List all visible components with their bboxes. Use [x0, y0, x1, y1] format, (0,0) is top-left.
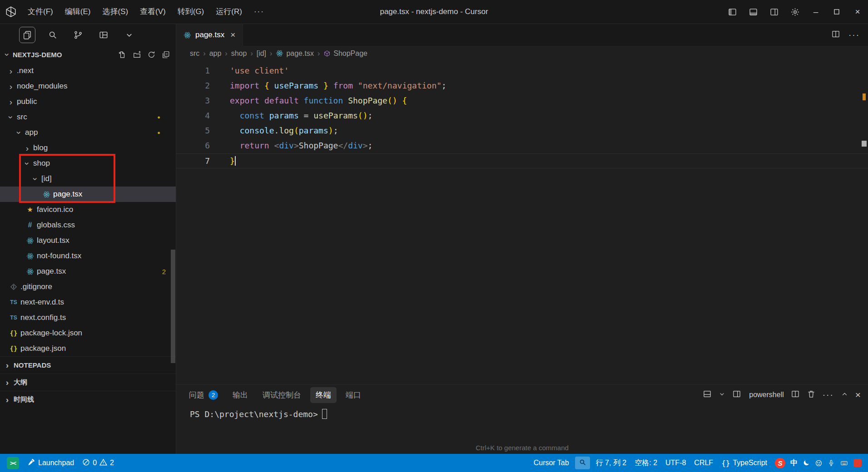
new-file-icon[interactable] — [118, 50, 127, 59]
tree-item[interactable]: ›[id] — [0, 171, 176, 187]
code-line[interactable]: 3export default function ShopPage() { — [176, 93, 868, 108]
close-button[interactable]: × — [847, 0, 868, 24]
layout-panel-icon[interactable] — [743, 0, 764, 24]
tree-item[interactable]: not-found.tsx — [0, 248, 176, 264]
emoji-icon[interactable] — [815, 459, 823, 467]
indentation-indicator[interactable]: 空格: 2 — [630, 454, 661, 472]
shell-name[interactable]: powershell — [749, 391, 784, 399]
menu-file[interactable]: 文件(F) — [22, 0, 59, 24]
tree-item-label: src — [17, 113, 27, 122]
menu-view[interactable]: 查看(V) — [134, 0, 172, 24]
split-terminal-icon[interactable] — [791, 389, 800, 400]
tree-item[interactable]: layout.tsx — [0, 233, 176, 248]
panels-icon[interactable] — [95, 27, 112, 43]
chevron-down-icon[interactable] — [719, 391, 725, 399]
section-outline[interactable]: ›大纲 — [0, 374, 176, 391]
menu-selection[interactable]: 选择(S) — [96, 0, 134, 24]
launchpad-button[interactable]: Launchpad — [23, 454, 78, 472]
split-editor-icon[interactable] — [831, 30, 840, 40]
minimize-button[interactable]: – — [805, 0, 826, 24]
panel-layout-icon[interactable] — [703, 389, 712, 400]
search-icon[interactable] — [45, 27, 61, 43]
react-file-icon — [25, 268, 35, 275]
source-control-icon[interactable] — [70, 27, 86, 43]
cursor-position[interactable]: 行 7, 列 2 — [592, 454, 631, 472]
breadcrumb-item[interactable]: ShopPage — [323, 49, 367, 58]
keyboard-icon[interactable] — [840, 459, 848, 467]
code-line[interactable]: 7} — [176, 153, 868, 168]
tree-item[interactable]: TSnext-env.d.ts — [0, 295, 176, 310]
tree-item[interactable]: ›.next — [0, 63, 176, 79]
explorer-header[interactable]: › NEXTJS-DEMO — [0, 46, 176, 63]
menu-edit[interactable]: 编辑(E) — [59, 0, 97, 24]
close-panel-icon[interactable]: × — [855, 389, 861, 400]
menu-run[interactable]: 运行(R) — [210, 0, 248, 24]
tab-close-icon[interactable]: × — [230, 30, 235, 40]
refresh-icon[interactable] — [147, 50, 156, 59]
layout-sidebar-left-icon[interactable] — [722, 0, 743, 24]
maximize-panel-icon[interactable] — [841, 390, 848, 400]
menu-goto[interactable]: 转到(G) — [172, 0, 210, 24]
panel-tab-terminal[interactable]: 终端 — [310, 387, 337, 403]
breadcrumb-item[interactable]: [id] — [257, 49, 266, 58]
ime-chinese-icon[interactable]: 中 — [790, 458, 798, 468]
tree-item[interactable]: ★favicon.ico — [0, 202, 176, 217]
explorer-icon[interactable] — [19, 27, 35, 43]
tree-item[interactable]: page.tsx — [0, 187, 176, 202]
section-timeline[interactable]: ›时间线 — [0, 391, 176, 408]
tree-item[interactable]: ›node_modules — [0, 79, 176, 94]
tree-item[interactable]: ›public — [0, 94, 176, 109]
tree-item[interactable]: ›shop — [0, 156, 176, 171]
activity-bar — [0, 24, 176, 46]
sogou-input-icon[interactable]: S — [775, 458, 785, 468]
new-folder-icon[interactable] — [133, 50, 141, 59]
eol-indicator[interactable]: CRLF — [690, 454, 717, 472]
breadcrumb-item[interactable]: shop — [231, 49, 247, 58]
panel-tab-ports[interactable]: 端口 — [340, 387, 367, 403]
editor-more-actions-icon[interactable]: ··· — [848, 30, 860, 40]
moon-icon[interactable] — [803, 459, 810, 467]
tray-badge-icon[interactable] — [853, 459, 862, 467]
section-notepads[interactable]: ›NOTEPADS — [0, 356, 176, 374]
code-line[interactable]: 2import { useParams } from "next/navigat… — [176, 79, 868, 93]
tree-item[interactable]: {}package-lock.json — [0, 325, 176, 341]
cursor-tab-indicator[interactable]: Cursor Tab — [530, 454, 573, 472]
sidebar-scrollbar[interactable] — [171, 250, 175, 363]
terminal-profile-icon[interactable] — [732, 389, 741, 400]
mic-icon[interactable] — [828, 459, 835, 467]
breadcrumb-item[interactable]: app — [209, 49, 222, 58]
kill-terminal-trash-icon[interactable] — [807, 389, 816, 400]
code-line[interactable]: 4 const params = useParams(); — [176, 108, 868, 123]
encoding-indicator[interactable]: UTF-8 — [661, 454, 690, 472]
layout-sidebar-right-icon[interactable] — [764, 0, 784, 24]
settings-gear-icon[interactable] — [784, 0, 805, 24]
panel-tab-problems[interactable]: 问题2 — [184, 387, 223, 403]
panel-more-actions-icon[interactable]: ··· — [823, 390, 834, 400]
code-editor[interactable]: 1'use client'2import { useParams } from … — [176, 61, 868, 384]
breadcrumb-item[interactable]: page.tsx — [276, 49, 313, 58]
tree-item[interactable]: ›blog — [0, 140, 176, 156]
tree-item[interactable]: .gitignore — [0, 279, 176, 295]
tree-item[interactable]: #globals.css — [0, 217, 176, 233]
code-line[interactable]: 1'use client' — [176, 64, 868, 79]
tree-item[interactable]: TSnext.config.ts — [0, 310, 176, 325]
tab-page-tsx[interactable]: page.tsx × — [176, 24, 243, 46]
tree-item[interactable]: ›app● — [0, 125, 176, 140]
problems-indicator[interactable]: 0 2 — [78, 454, 118, 472]
search-status-button[interactable] — [575, 457, 590, 469]
panel-tab-debug-console[interactable]: 调试控制台 — [257, 387, 307, 403]
code-line[interactable]: 5 console.log(params); — [176, 123, 868, 138]
remote-indicator[interactable]: >< — [3, 454, 23, 472]
tree-item[interactable]: ›src● — [0, 109, 176, 125]
tree-item[interactable]: {}package.json — [0, 341, 176, 356]
tree-item[interactable]: page.tsx2 — [0, 264, 176, 279]
terminal[interactable]: PS D:\project\nextjs-demo> — [176, 405, 868, 419]
code-line[interactable]: 6 return <div>ShopPage</div>; — [176, 138, 868, 153]
menu-more[interactable]: ··· — [248, 0, 270, 24]
collapse-all-icon[interactable] — [162, 50, 170, 59]
maximize-button[interactable] — [826, 0, 847, 24]
panel-tab-output[interactable]: 输出 — [227, 387, 253, 403]
views-more-icon[interactable] — [121, 27, 137, 43]
language-indicator[interactable]: {} TypeScript — [717, 454, 771, 472]
breadcrumb-item[interactable]: src — [190, 49, 199, 58]
